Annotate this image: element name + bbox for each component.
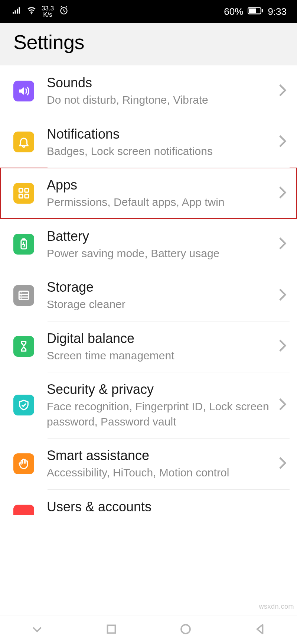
- status-right: 60% 9:33: [224, 6, 287, 17]
- settings-item-text: Users & accounts: [34, 498, 287, 515]
- status-time: 9:33: [268, 6, 287, 17]
- settings-item-smart-assistance[interactable]: Smart assistance Accessibility, HiTouch,…: [0, 438, 297, 489]
- settings-item-apps[interactable]: Apps Permissions, Default apps, App twin: [0, 168, 297, 219]
- settings-item-notifications[interactable]: Notifications Badges, Lock screen notifi…: [0, 117, 297, 168]
- svg-rect-2: [17, 9, 18, 14]
- settings-item-text: Battery Power saving mode, Battery usage: [34, 228, 278, 261]
- chevron-right-icon: [278, 237, 287, 252]
- svg-rect-10: [25, 188, 29, 192]
- settings-item-digital-balance[interactable]: Digital balance Screen time management: [0, 321, 297, 372]
- sounds-icon: [13, 81, 34, 101]
- battery-percent: 60%: [224, 6, 243, 17]
- watermark: wsxdn.com: [259, 603, 294, 611]
- page-title: Settings: [13, 30, 284, 54]
- chevron-right-icon: [278, 398, 287, 412]
- settings-item-users[interactable]: Users & accounts: [0, 489, 297, 515]
- item-subtitle: Badges, Lock screen notifications: [47, 144, 272, 159]
- alarm-icon: [59, 6, 69, 17]
- network-speed: 33.3 K/s: [42, 5, 54, 18]
- chevron-right-icon: [278, 186, 287, 201]
- chevron-right-icon: [278, 339, 287, 354]
- settings-item-text: Storage Storage cleaner: [34, 279, 278, 312]
- svg-point-4: [31, 13, 32, 14]
- item-title: Notifications: [47, 126, 272, 142]
- nav-hide-keyboard[interactable]: [30, 622, 44, 637]
- svg-rect-1: [15, 10, 16, 14]
- svg-rect-8: [262, 9, 263, 12]
- item-subtitle: Do not disturb, Ringtone, Vibrate: [47, 93, 272, 108]
- svg-rect-14: [23, 239, 25, 240]
- network-speed-value: 33.3: [42, 5, 54, 12]
- status-bar: 33.3 K/s 60% 9:33: [0, 0, 297, 23]
- nav-back[interactable]: [253, 622, 267, 637]
- settings-item-text: Security & privacy Face recognition, Fin…: [34, 381, 278, 429]
- item-title: Sounds: [47, 74, 272, 91]
- item-subtitle: Power saving mode, Battery usage: [47, 246, 272, 261]
- item-title: Battery: [47, 228, 272, 245]
- chevron-right-icon: [278, 288, 287, 303]
- item-subtitle: Accessibility, HiTouch, Motion control: [47, 465, 272, 480]
- item-subtitle: Screen time management: [47, 348, 272, 363]
- settings-item-text: Apps Permissions, Default apps, App twin: [34, 177, 278, 210]
- settings-item-text: Notifications Badges, Lock screen notifi…: [34, 126, 278, 159]
- settings-item-storage[interactable]: Storage Storage cleaner: [0, 270, 297, 321]
- network-speed-unit: K/s: [43, 12, 52, 18]
- svg-rect-7: [249, 8, 256, 13]
- svg-point-22: [181, 625, 190, 634]
- users-icon: [13, 505, 34, 515]
- settings-item-battery[interactable]: Battery Power saving mode, Battery usage: [0, 219, 297, 270]
- settings-list: Sounds Do not disturb, Ringtone, Vibrate…: [0, 65, 297, 515]
- svg-rect-9: [19, 188, 23, 192]
- hand-icon: [13, 453, 34, 474]
- item-title: Storage: [47, 279, 272, 295]
- wifi-icon: [27, 6, 36, 17]
- status-left: 33.3 K/s: [12, 5, 69, 18]
- item-title: Users & accounts: [47, 498, 281, 515]
- navigation-bar: [0, 615, 297, 644]
- battery-icon: [13, 234, 34, 255]
- settings-item-text: Digital balance Screen time management: [34, 330, 278, 363]
- settings-item-security[interactable]: Security & privacy Face recognition, Fin…: [0, 372, 297, 438]
- chevron-right-icon: [278, 456, 287, 471]
- svg-rect-0: [13, 12, 14, 13]
- storage-icon: [13, 285, 34, 306]
- nav-recents[interactable]: [105, 622, 118, 637]
- settings-item-sounds[interactable]: Sounds Do not disturb, Ringtone, Vibrate: [0, 65, 297, 117]
- svg-rect-3: [19, 7, 20, 13]
- svg-rect-21: [108, 625, 115, 633]
- svg-point-18: [21, 292, 22, 293]
- nav-home[interactable]: [179, 622, 192, 637]
- battery-icon: [248, 6, 263, 17]
- notifications-icon: [13, 132, 34, 152]
- svg-point-20: [21, 298, 22, 299]
- apps-icon: [13, 183, 34, 204]
- svg-rect-11: [19, 194, 23, 198]
- item-subtitle: Storage cleaner: [47, 297, 272, 312]
- item-subtitle: Permissions, Default apps, App twin: [47, 195, 272, 210]
- item-title: Digital balance: [47, 330, 272, 347]
- item-title: Apps: [47, 177, 272, 193]
- item-subtitle: Face recognition, Fingerprint ID, Lock s…: [47, 399, 272, 429]
- settings-item-text: Sounds Do not disturb, Ringtone, Vibrate: [34, 74, 278, 108]
- page-header: Settings: [0, 23, 297, 65]
- svg-point-19: [21, 295, 22, 296]
- svg-rect-15: [19, 291, 29, 300]
- settings-item-text: Smart assistance Accessibility, HiTouch,…: [34, 447, 278, 480]
- hourglass-icon: [13, 336, 34, 357]
- chevron-right-icon: [278, 84, 287, 98]
- svg-rect-12: [25, 194, 29, 198]
- signal-icon: [12, 6, 22, 17]
- shield-icon: [13, 395, 34, 415]
- item-title: Smart assistance: [47, 447, 272, 464]
- item-title: Security & privacy: [47, 381, 272, 398]
- chevron-right-icon: [278, 135, 287, 149]
